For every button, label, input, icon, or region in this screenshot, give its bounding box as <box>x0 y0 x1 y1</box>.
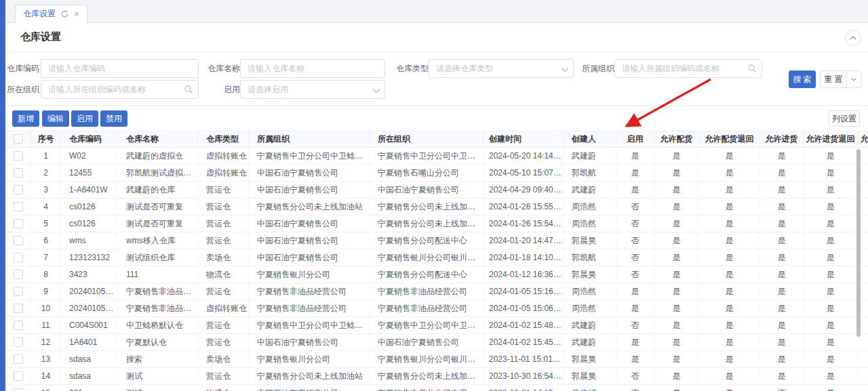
row-checkbox[interactable] <box>14 253 23 262</box>
row-checkbox[interactable] <box>14 236 23 245</box>
cell-name: 测试 <box>118 385 198 391</box>
collapse-filters-button[interactable] <box>845 30 861 46</box>
row-checkbox[interactable] <box>14 337 23 347</box>
cell-select <box>5 351 31 367</box>
cell-enabled: 否 <box>616 385 654 391</box>
cell-select <box>5 215 31 232</box>
cell-creator: 郭凯航 <box>564 165 616 181</box>
cell-allow_alloc: 是 <box>654 165 699 181</box>
cell-created_at: 2024-05-10 15:07:00 <box>484 165 564 181</box>
cell-allow_alloc: 是 <box>654 249 699 266</box>
cell-created_at: 2024-05-20 14:14:37 <box>484 148 564 164</box>
reset-dropdown-button[interactable] <box>846 71 861 87</box>
cell-code: 001cs <box>61 385 118 391</box>
cell-select <box>5 249 31 266</box>
cell-type: 虚拟转账仓 <box>198 300 249 316</box>
cell-type: 卖场仓 <box>198 351 249 367</box>
row-checkbox[interactable] <box>14 185 23 194</box>
table-row: 15001cs测试物流仓中国石油宁夏销售公司宁夏销售中卫分公司中卫鲶桥加油站20… <box>5 385 868 391</box>
cell-creator: 武建蔚 <box>564 182 616 198</box>
cell-allow_purchase_return: 是 <box>804 165 858 181</box>
tab-label: 仓库设置 <box>23 8 56 20</box>
cell-name: 111 <box>118 266 198 283</box>
edit-button[interactable]: 编辑 <box>42 110 69 127</box>
cell-code: 1-A6401W <box>61 182 118 198</box>
cell-allow_alloc: 是 <box>654 182 699 198</box>
cell-name: 搜索 <box>118 351 198 367</box>
cell-allow_alloc: 是 <box>654 283 699 300</box>
row-checkbox[interactable] <box>14 304 23 313</box>
header-cell-select <box>5 131 31 147</box>
reset-button[interactable]: 重置 <box>821 71 846 87</box>
cell-code: C004S001 <box>61 317 118 333</box>
search-button[interactable]: 搜索 <box>789 70 816 88</box>
cell-creator: 武建蔚 <box>564 317 616 333</box>
cell-seq: 11 <box>31 317 61 333</box>
divider <box>5 105 868 106</box>
cell-code: wms <box>61 232 118 249</box>
row-checkbox[interactable] <box>14 321 23 330</box>
cell-code: 1A6401 <box>61 334 118 350</box>
cell-select <box>5 368 31 384</box>
cell-created_at: 2023-10-30 16:54:13 <box>484 368 564 384</box>
cell-type: 营运仓 <box>198 317 249 333</box>
cell-owner_org: 宁夏销售非油品经营公司 <box>249 283 370 300</box>
owner-org-label: 所属组织 <box>582 59 614 78</box>
cell-allow_purchase_return: 是 <box>804 249 858 266</box>
owner-org-input[interactable] <box>614 59 762 78</box>
refresh-icon[interactable] <box>61 10 68 18</box>
cell-type: 营运仓 <box>198 232 249 249</box>
cell-allow_alloc: 是 <box>654 334 699 350</box>
warehouse-table: 序号仓库编码仓库名称仓库类型所属组织所在组织创建时间创建人启用允许配货允许配货退… <box>5 131 868 391</box>
row-checkbox[interactable] <box>14 270 23 279</box>
cell-loc_org: 宁夏销售中卫分公司中卫鲶桥加油站 <box>370 385 484 391</box>
cell-creator: 郭晨昊 <box>564 368 616 384</box>
cell-allow_purchase: 是 <box>760 300 804 316</box>
location-org-input[interactable] <box>41 80 199 99</box>
cell-owner_org: 宁夏销售分公司未上线加油站 <box>249 199 370 215</box>
cell-allow_purchase: 是 <box>760 317 804 333</box>
close-icon[interactable]: × <box>74 9 79 18</box>
row-checkbox[interactable] <box>14 354 23 364</box>
column-header-created_at: 创建时间 <box>484 131 564 147</box>
add-button[interactable]: 新增 <box>12 110 39 127</box>
select-all-checkbox[interactable] <box>14 134 23 144</box>
enabled-select[interactable]: 请选择启用 <box>240 80 385 99</box>
row-checkbox[interactable] <box>14 151 23 161</box>
tab-warehouse-settings[interactable]: 仓库设置 × <box>15 5 87 23</box>
table-row: 6wmswms移入仓库营运仓中国石油宁夏销售公司宁夏销售分公司配送中心2024-… <box>5 232 868 249</box>
chevron-up-icon <box>850 36 856 40</box>
row-checkbox[interactable] <box>14 388 23 391</box>
disable-button[interactable]: 禁用 <box>100 110 127 127</box>
cell-name: 武建蔚的虚拟仓 <box>118 148 198 164</box>
warehouse-name-input[interactable] <box>240 59 385 78</box>
warehouse-code-input[interactable] <box>41 59 199 78</box>
row-checkbox[interactable] <box>14 219 23 228</box>
column-header-creator: 创建人 <box>564 131 616 147</box>
cell-allow_purchase_return: 是 <box>804 232 858 249</box>
cell-enabled: 否 <box>616 232 654 249</box>
cell-loc_org: 宁夏销售分公司未上线加油站 <box>370 199 484 215</box>
column-settings-button[interactable]: 列设置 <box>829 110 860 127</box>
vertical-scrollbar-thumb[interactable] <box>856 149 861 337</box>
cell-loc_org: 中国石油宁夏销售公司 <box>370 334 484 350</box>
warehouse-name-label: 仓库名称 <box>208 59 240 78</box>
warehouse-type-select[interactable]: 请选择仓库类型 <box>429 59 574 78</box>
enable-button[interactable]: 启用 <box>71 110 98 127</box>
row-checkbox[interactable] <box>14 168 23 178</box>
cell-owner_org: 宁夏销售银川分公司 <box>249 266 370 283</box>
cell-created_at: 2024-01-05 15:06:00 <box>484 300 564 316</box>
cell-enabled: 否 <box>616 215 654 232</box>
row-checkbox[interactable] <box>14 371 23 381</box>
column-header-allow_alloc_return: 允许配货退回 <box>699 131 760 147</box>
row-checkbox[interactable] <box>14 287 23 296</box>
cell-select <box>5 385 31 391</box>
chevron-down-icon <box>850 76 857 83</box>
cell-allow_purchase_return: 是 <box>804 199 858 215</box>
row-checkbox[interactable] <box>14 202 23 211</box>
cell-created_at: 2024-01-02 15:45:28 <box>484 334 564 350</box>
cell-name: 测试是否可重复 <box>118 215 198 232</box>
cell-name: 宁夏销售非油品经营公司... <box>118 283 198 300</box>
table-row: 10202401050001宁夏销售非油品经营公司...虚拟转账仓宁夏销售非油品… <box>5 300 868 317</box>
location-org-label: 所在组织 <box>7 80 39 99</box>
